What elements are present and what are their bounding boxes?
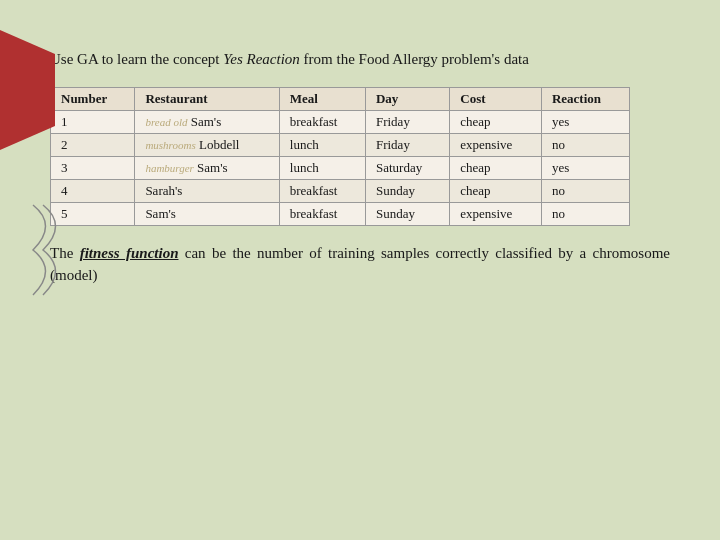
cell-meal: lunch (279, 156, 365, 179)
col-cost: Cost (450, 87, 542, 110)
table-row: 2mushrooms LobdelllunchFridayexpensiveno (51, 133, 630, 156)
cell-cost: cheap (450, 110, 542, 133)
cell-reaction: yes (541, 110, 629, 133)
cell-restaurant: bread old Sam's (135, 110, 279, 133)
cell-day: Sunday (365, 179, 449, 202)
cell-meal: lunch (279, 133, 365, 156)
cell-reaction: no (541, 179, 629, 202)
col-restaurant: Restaurant (135, 87, 279, 110)
cell-restaurant: Sam's (135, 202, 279, 225)
col-day: Day (365, 87, 449, 110)
table-row: 5Sam'sbreakfastSundayexpensiveno (51, 202, 630, 225)
table-row: 3hamburger Sam'slunchSaturdaycheapyes (51, 156, 630, 179)
col-reaction: Reaction (541, 87, 629, 110)
table-row: 1bread old Sam'sbreakfastFridaycheapyes (51, 110, 630, 133)
cell-number: 1 (51, 110, 135, 133)
cell-cost: expensive (450, 202, 542, 225)
fitness-function-label: fitness function (80, 245, 179, 261)
cell-cost: expensive (450, 133, 542, 156)
table-header-row: Number Restaurant Meal Day Cost Reaction (51, 87, 630, 110)
cell-reaction: no (541, 133, 629, 156)
cell-reaction: yes (541, 156, 629, 179)
table-wrapper: Number Restaurant Meal Day Cost Reaction… (50, 87, 670, 226)
cell-meal: breakfast (279, 110, 365, 133)
body-text: Use GA to learn the concept Yes Reaction… (50, 48, 670, 71)
cell-restaurant: hamburger Sam's (135, 156, 279, 179)
decorative-lines (28, 195, 73, 305)
cell-day: Saturday (365, 156, 449, 179)
cell-number: 2 (51, 133, 135, 156)
col-meal: Meal (279, 87, 365, 110)
left-accent-shape (0, 30, 55, 150)
cell-cost: cheap (450, 156, 542, 179)
cell-cost: cheap (450, 179, 542, 202)
cell-restaurant: mushrooms Lobdell (135, 133, 279, 156)
footer-text: The fitness function can be the number o… (50, 242, 670, 287)
slide-container: Use GA to learn the concept Yes Reaction… (0, 0, 720, 540)
col-number: Number (51, 87, 135, 110)
cell-meal: breakfast (279, 202, 365, 225)
cell-day: Sunday (365, 202, 449, 225)
cell-number: 3 (51, 156, 135, 179)
cell-restaurant: Sarah's (135, 179, 279, 202)
cell-meal: breakfast (279, 179, 365, 202)
data-table: Number Restaurant Meal Day Cost Reaction… (50, 87, 630, 226)
cell-day: Friday (365, 133, 449, 156)
cell-day: Friday (365, 110, 449, 133)
cell-reaction: no (541, 202, 629, 225)
table-row: 4Sarah'sbreakfastSundaycheapno (51, 179, 630, 202)
